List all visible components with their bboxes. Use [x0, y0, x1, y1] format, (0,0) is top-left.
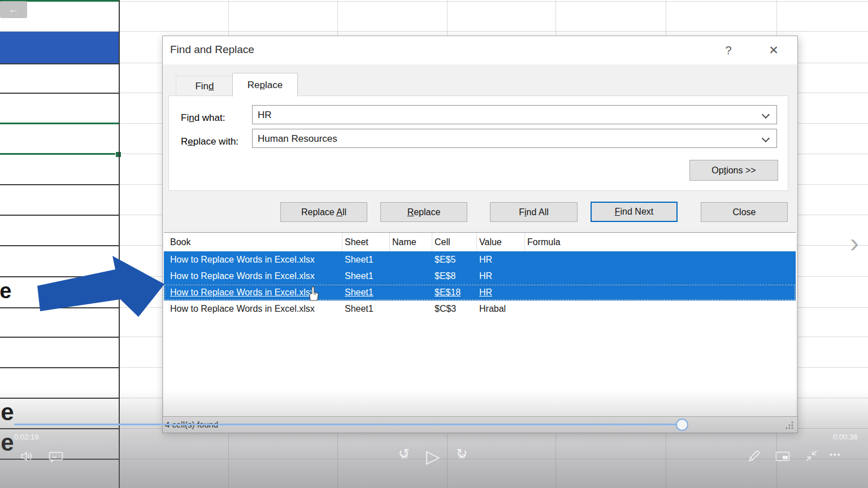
find-what-value: HR — [258, 110, 272, 120]
cell-text-fragment: ce — [0, 279, 11, 303]
replace-with-input[interactable]: Human Resources — [252, 129, 777, 148]
column-header-name[interactable]: Name — [392, 233, 432, 251]
replace-tab-panel: Find what: HR Replace with: Human Resour… — [168, 95, 788, 191]
captions-icon[interactable] — [49, 451, 63, 463]
tab-replace[interactable]: Replace — [232, 73, 298, 97]
video-progress-handle[interactable] — [676, 419, 688, 431]
result-row[interactable]: How to Replace Words in Excel.xlsx Sheet… — [164, 284, 796, 300]
column-header-value[interactable]: Value — [479, 233, 524, 251]
remaining-time: 0:00:36 — [833, 433, 857, 441]
replace-button[interactable]: Replace — [380, 202, 467, 222]
forward-30-icon[interactable]: ↻ 30 — [452, 447, 471, 467]
selected-cell-border-top — [0, 123, 119, 124]
picture-in-picture-icon[interactable] — [775, 451, 790, 461]
close-button[interactable]: Close — [701, 202, 788, 222]
video-progress-bar[interactable] — [14, 424, 676, 425]
find-next-button[interactable]: Find Next — [591, 202, 678, 222]
column-header-book[interactable]: Book — [170, 233, 340, 251]
volume-icon[interactable] — [20, 451, 34, 462]
cell-text-fragment: ce — [0, 399, 14, 426]
replace-with-label: Replace with: — [181, 136, 238, 147]
results-list: Book Sheet Name Cell Value Formula How t… — [164, 232, 796, 417]
chevron-down-icon[interactable] — [762, 134, 770, 142]
play-icon[interactable]: ▷ — [426, 446, 440, 467]
options-button[interactable]: Options >> — [689, 160, 778, 181]
replace-with-value: Human Resources — [258, 133, 337, 144]
blue-filled-cell — [0, 32, 119, 63]
find-what-label: Find what: — [181, 112, 225, 124]
back-arrow-icon: ← — [8, 3, 19, 16]
column-border — [119, 0, 120, 488]
back-button[interactable]: ← — [0, 1, 27, 18]
column-header-cell[interactable]: Cell — [435, 233, 475, 251]
close-icon[interactable]: ✕ — [764, 41, 783, 60]
cell-text-fragment: ce — [0, 429, 14, 456]
find-what-input[interactable]: HR — [252, 105, 777, 124]
column-header-sheet[interactable]: Sheet — [345, 233, 388, 251]
replace-all-button[interactable]: Replace All — [280, 202, 367, 222]
result-row[interactable]: How to Replace Words in Excel.xlsx Sheet… — [164, 251, 796, 268]
pencil-icon[interactable] — [747, 448, 762, 463]
find-all-button[interactable]: Find All — [490, 202, 578, 222]
chevron-down-icon[interactable] — [762, 111, 770, 119]
help-icon[interactable]: ? — [719, 41, 738, 60]
elapsed-time: 0:02:19 — [14, 433, 38, 441]
find-replace-dialog: Find and Replace ? ✕ Find Replace Find w… — [162, 36, 798, 433]
dialog-title: Find and Replace — [170, 43, 254, 56]
hand-cursor-icon — [306, 284, 321, 302]
shrink-icon[interactable] — [805, 449, 818, 463]
rewind-10-icon[interactable]: ↺ 10 — [394, 447, 414, 467]
selected-cell-border-bottom — [0, 153, 119, 155]
result-row[interactable]: How to Replace Words in Excel.xlsx Sheet… — [164, 300, 796, 317]
screen: ce ce ce Find and Replace ? ✕ Find Repla… — [0, 0, 868, 488]
dialog-titlebar[interactable]: Find and Replace ? ✕ — [163, 36, 797, 64]
result-row[interactable]: How to Replace Words in Excel.xlsx Sheet… — [164, 268, 796, 284]
next-chevron-icon[interactable]: › — [850, 227, 859, 258]
column-header-formula[interactable]: Formula — [527, 233, 725, 251]
more-options-icon[interactable]: ••• — [830, 450, 841, 459]
resize-grip[interactable] — [785, 421, 794, 430]
tab-find[interactable]: Find — [176, 76, 233, 96]
